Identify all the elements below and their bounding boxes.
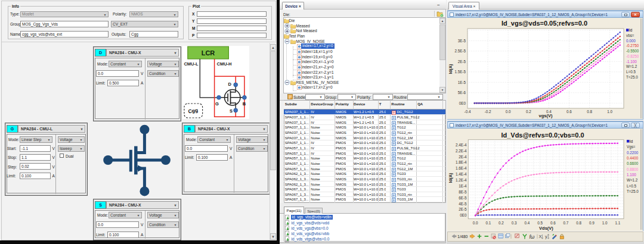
svg-text:CMU-H: CMU-H xyxy=(217,61,232,67)
svg-text:T=25.0: T=25.0 xyxy=(627,189,639,193)
svg-text:0.000: 0.000 xyxy=(626,39,636,43)
svg-text:0E0: 0E0 xyxy=(459,101,466,105)
svg-text:0.6: 0.6 xyxy=(566,110,572,114)
svg-text:i: i xyxy=(299,51,300,54)
svg-text:2.4E-4: 2.4E-4 xyxy=(456,143,467,147)
svg-text:1.0: 1.0 xyxy=(607,110,612,114)
svg-text:0.8800: 0.8800 xyxy=(627,167,639,171)
svg-text:1/480: 1/480 xyxy=(457,234,468,239)
svg-text:Id(A): Id(A) xyxy=(448,64,453,74)
svg-text:LCR: LCR xyxy=(202,49,215,57)
svg-text:2E-5: 2E-5 xyxy=(459,207,467,211)
svg-text:1.4E-4: 1.4E-4 xyxy=(456,172,467,176)
svg-text:0.9: 0.9 xyxy=(589,221,595,225)
svg-text:0.1: 0.1 xyxy=(485,221,491,225)
svg-text:Id: Id xyxy=(630,139,633,143)
svg-text:1.100: 1.100 xyxy=(627,173,636,177)
svg-text:B: B xyxy=(243,101,246,107)
svg-text:T=25.0: T=25.0 xyxy=(626,75,638,79)
svg-text:2E-5: 2E-5 xyxy=(458,60,466,64)
svg-text:0.8: 0.8 xyxy=(587,110,592,114)
svg-text:-0.2: -0.2 xyxy=(485,110,491,114)
svg-text:4E-5: 4E-5 xyxy=(459,202,467,206)
svg-text:-0.5500: -0.5500 xyxy=(626,49,639,53)
svg-text:CMU-L: CMU-L xyxy=(184,61,199,67)
svg-text:0.6600: 0.6600 xyxy=(627,161,639,165)
svg-text:6E-5: 6E-5 xyxy=(459,196,467,200)
svg-text:L=0.5: L=0.5 xyxy=(627,184,636,188)
svg-text:D: D xyxy=(228,82,232,87)
svg-text:vgs(V): vgs(V) xyxy=(539,113,553,118)
svg-text:i: i xyxy=(299,45,300,48)
svg-text:W=1.2: W=1.2 xyxy=(627,178,638,182)
svg-text:0.3: 0.3 xyxy=(512,221,517,225)
svg-text:-1.100: -1.100 xyxy=(626,60,637,64)
svg-text:Id(A): Id(A) xyxy=(448,173,453,183)
svg-text:0.5: 0.5 xyxy=(537,221,543,225)
svg-text:0.8: 0.8 xyxy=(576,221,581,225)
svg-text:5E-6: 5E-6 xyxy=(458,90,466,95)
svg-text:G: G xyxy=(215,101,219,107)
svg-text:L=0.5: L=0.5 xyxy=(626,70,636,74)
svg-text:i: i xyxy=(299,76,300,79)
svg-text:vbs=: vbs= xyxy=(626,33,634,37)
svg-text:1.8E-4: 1.8E-4 xyxy=(456,160,467,164)
svg-text:1E-4: 1E-4 xyxy=(459,184,467,188)
svg-text:Id: Id xyxy=(629,28,633,32)
svg-text:1.2E-4: 1.2E-4 xyxy=(456,178,467,182)
svg-text:2.2E-4: 2.2E-4 xyxy=(456,149,467,153)
svg-text:Vgs=: Vgs= xyxy=(627,145,636,149)
svg-text:S: S xyxy=(230,108,233,114)
svg-text:0.7: 0.7 xyxy=(564,221,569,225)
svg-text:0.6: 0.6 xyxy=(550,221,556,225)
svg-text:0.0: 0.0 xyxy=(506,110,511,114)
svg-text:0.2200: 0.2200 xyxy=(627,151,639,155)
svg-text:i: i xyxy=(299,71,300,74)
svg-text:-0.4: -0.4 xyxy=(465,110,471,114)
svg-text:3E-5: 3E-5 xyxy=(458,39,466,43)
svg-text:8E-5: 8E-5 xyxy=(459,190,467,194)
svg-text:Id_Vds@refvs=0.0;vbs=0.0: Id_Vds@refvs=0.0;vbs=0.0 xyxy=(501,132,584,139)
svg-text:0.4: 0.4 xyxy=(525,221,530,225)
svg-text:0.0: 0.0 xyxy=(473,221,478,225)
svg-text:i: i xyxy=(299,66,300,69)
svg-text:1.5E-5: 1.5E-5 xyxy=(454,70,466,74)
svg-text:0.2: 0.2 xyxy=(499,221,504,225)
svg-text:Vds(V): Vds(V) xyxy=(539,226,553,231)
svg-text:Χ: Χ xyxy=(539,234,542,239)
svg-text:-0.2750: -0.2750 xyxy=(626,43,639,48)
svg-text:i: i xyxy=(299,55,300,58)
svg-text:Id_vgs@vds=0.05;refvs=0.0: Id_vgs@vds=0.05;refvs=0.0 xyxy=(501,20,587,27)
svg-text:i: i xyxy=(299,86,300,89)
svg-text:1.6E-4: 1.6E-4 xyxy=(456,166,467,170)
svg-text:0.2: 0.2 xyxy=(526,110,531,114)
svg-text:0.4400: 0.4400 xyxy=(627,156,639,160)
svg-text:2.5E-5: 2.5E-5 xyxy=(454,49,466,53)
svg-text:1.1: 1.1 xyxy=(615,221,620,225)
svg-text:1.0: 1.0 xyxy=(602,221,608,225)
svg-text:-0.8250: -0.8250 xyxy=(626,54,639,58)
svg-text:fω: fω xyxy=(530,234,535,240)
svg-text:0E0: 0E0 xyxy=(460,213,467,217)
svg-text:i: i xyxy=(299,61,300,64)
svg-text:1E-5: 1E-5 xyxy=(458,80,466,85)
svg-text:2E-4: 2E-4 xyxy=(459,155,467,159)
svg-text:W=1.2: W=1.2 xyxy=(626,64,637,68)
svg-text:y: y xyxy=(545,234,547,239)
